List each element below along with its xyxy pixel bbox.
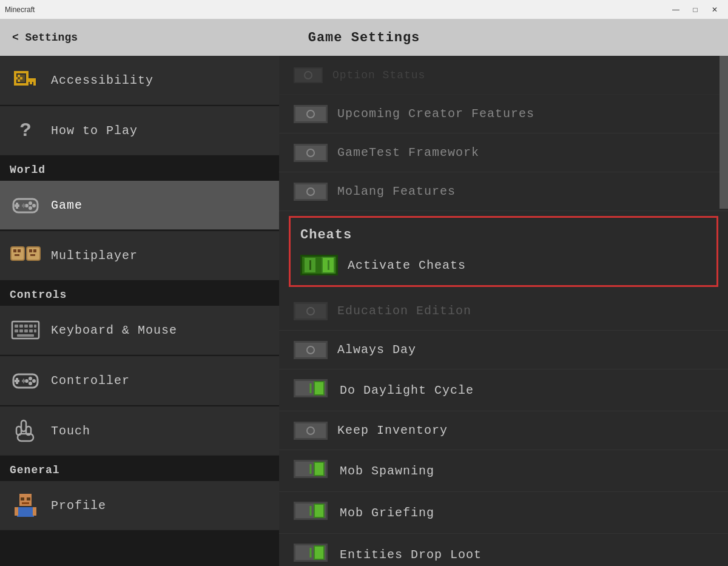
svg-rect-11 (15, 204, 19, 207)
setting-row-mob-griefing: Mob Griefing (279, 492, 728, 534)
svg-point-13 (32, 204, 36, 207)
mob-spawning-label: Mob Spawning (340, 464, 434, 478)
toggle-right-line (328, 260, 329, 270)
molang-toggle[interactable] (294, 183, 328, 201)
entities-drop-loot-label: Entities Drop Loot (340, 548, 482, 562)
sidebar-item-multiplayer[interactable]: Multiplayer (0, 231, 279, 280)
touch-icon (10, 415, 41, 446)
sidebar-item-profile[interactable]: Profile (0, 481, 279, 530)
svg-rect-25 (30, 254, 35, 256)
svg-rect-32 (15, 329, 18, 332)
svg-rect-23 (29, 249, 32, 252)
partial-label-1: Option Status (332, 69, 425, 81)
setting-row-daylight-cycle: Do Daylight Cycle (279, 369, 728, 411)
svg-rect-29 (24, 325, 28, 328)
titlebar: Minecraft — □ ✕ (0, 0, 728, 19)
svg-rect-37 (17, 334, 34, 337)
controller-svg (11, 368, 40, 392)
svg-rect-36 (34, 329, 36, 332)
svg-rect-56 (15, 507, 18, 516)
svg-rect-33 (19, 329, 23, 332)
partial-row-1: Option Status (279, 56, 728, 95)
svg-rect-21 (15, 254, 19, 256)
sidebar-item-multiplayer-label: Multiplayer (51, 249, 138, 263)
sidebar-item-touch[interactable]: Touch (0, 406, 279, 456)
svg-rect-40 (15, 380, 19, 382)
sidebar-item-game[interactable]: Game (0, 181, 279, 230)
profile-icon (10, 490, 41, 521)
sidebar-item-controller-label: Controller (51, 374, 130, 388)
keep-inventory-radio (306, 426, 315, 435)
upcoming-creator-toggle[interactable] (294, 105, 328, 123)
toggle-right-knob (322, 257, 335, 274)
svg-point-41 (29, 377, 32, 380)
sidebar-item-controller[interactable]: Controller (0, 356, 279, 405)
sidebar-item-keyboard[interactable]: Keyboard & Mouse (0, 306, 279, 355)
svg-point-42 (32, 379, 36, 383)
setting-row-gametest: GameTest Framework (279, 133, 728, 172)
sidebar-item-touch-label: Touch (51, 424, 90, 438)
touch-svg (13, 418, 38, 443)
partial-radio-1 (304, 71, 312, 79)
question-icon: ? (10, 115, 41, 146)
svg-rect-31 (34, 325, 36, 328)
entities-drop-loot-toggle[interactable] (294, 544, 328, 562)
mob-spawning-toggle[interactable] (294, 460, 328, 478)
sidebar: Accessibility ? How to Play World (0, 56, 279, 566)
accessibility-key-svg (13, 67, 38, 93)
activate-cheats-toggle[interactable] (300, 255, 338, 275)
sidebar-item-how-to-play[interactable]: ? How to Play (0, 106, 279, 155)
education-toggle[interactable] (294, 302, 328, 320)
svg-rect-35 (29, 329, 33, 332)
key-icon (10, 64, 41, 96)
content-scrollbar[interactable] (720, 56, 728, 209)
svg-rect-3 (20, 77, 22, 79)
molang-radio (306, 187, 315, 196)
back-button[interactable]: < Settings (12, 32, 78, 44)
education-label: Education Edition (337, 304, 471, 318)
mob-griefing-knob (314, 504, 325, 518)
svg-point-12 (29, 201, 32, 205)
maximize-button[interactable]: □ (687, 3, 704, 16)
always-day-toggle[interactable] (294, 341, 328, 359)
close-button[interactable]: ✕ (706, 3, 723, 16)
daylight-cycle-toggle-container (294, 379, 330, 401)
keep-inventory-toggle[interactable] (294, 422, 328, 440)
setting-row-upcoming-creator: Upcoming Creator Features (279, 95, 728, 133)
svg-rect-27 (15, 325, 18, 328)
mob-griefing-toggle-container (294, 502, 330, 524)
toggle-left-part (303, 257, 317, 274)
app-title: Minecraft (5, 5, 35, 14)
controls-section-label: Controls (0, 281, 279, 306)
svg-rect-19 (13, 249, 16, 252)
upcoming-creator-label: Upcoming Creator Features (337, 107, 534, 121)
mob-griefing-toggle[interactable] (294, 502, 328, 520)
keep-inventory-label: Keep Inventory (337, 423, 448, 437)
minimize-button[interactable]: — (667, 3, 684, 16)
setting-row-always-day: Always Day (279, 331, 728, 369)
sidebar-item-profile-label: Profile (51, 499, 106, 513)
svg-rect-4 (18, 75, 20, 77)
sidebar-item-accessibility[interactable]: Accessibility (0, 56, 279, 105)
svg-rect-24 (33, 249, 36, 252)
svg-point-14 (29, 206, 32, 210)
entities-drop-loot-toggle-container (294, 544, 330, 565)
game-controller-svg (11, 193, 40, 217)
gametest-radio (306, 149, 315, 157)
entities-drop-loot-knob (314, 545, 325, 560)
header: < Settings Game Settings (0, 19, 728, 56)
cheats-section: Cheats Activate Cheats (289, 216, 718, 287)
mob-griefing-line (310, 506, 312, 516)
svg-rect-53 (27, 497, 30, 500)
svg-rect-6 (26, 78, 36, 82)
daylight-cycle-toggle[interactable] (294, 379, 328, 397)
gametest-toggle[interactable] (294, 144, 328, 162)
sidebar-item-keyboard-label: Keyboard & Mouse (51, 323, 177, 337)
multiplayer-svg (10, 243, 41, 268)
sidebar-item-game-label: Game (51, 198, 83, 212)
upcoming-creator-radio (306, 110, 315, 118)
partial-toggle-1[interactable] (294, 67, 323, 83)
game-controller-icon (10, 189, 41, 221)
cheats-activate-row: Activate Cheats (295, 250, 712, 280)
daylight-cycle-knob (314, 381, 325, 396)
